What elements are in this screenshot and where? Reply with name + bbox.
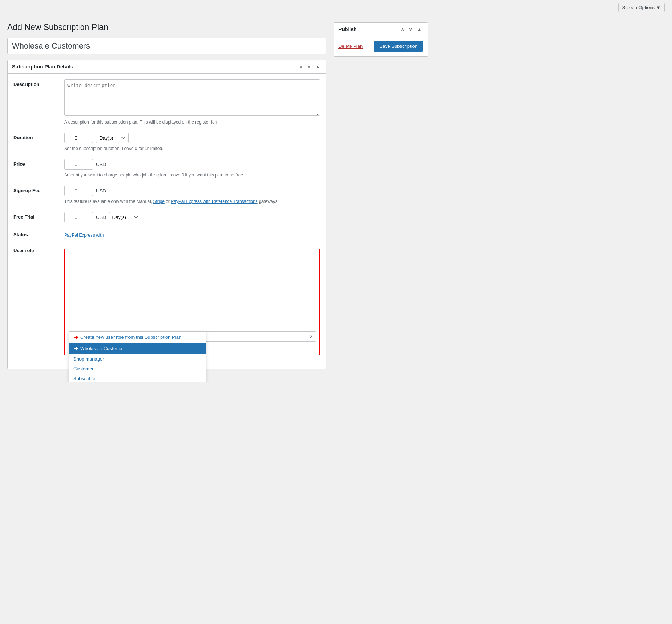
description-row: Description A description for this subsc… <box>13 79 320 125</box>
page-title: Add New Subscription Plan <box>7 22 326 32</box>
user-role-row: User role ➜ Create new user role from th… <box>13 246 320 355</box>
price-label: Price <box>13 159 64 167</box>
postbox-down-button[interactable]: ∨ <box>306 63 312 70</box>
paypal-link[interactable]: PayPal Express with Reference Transactio… <box>171 199 257 204</box>
publish-body: Delete Plan Save Subscription <box>334 36 428 56</box>
postbox-expand-button[interactable]: ▲ <box>314 63 322 70</box>
free-trial-unit-select[interactable]: Day(s) Week(s) Month(s) Year(s) <box>109 212 141 222</box>
dropdown-item-wholesale-label: Wholesale Customer <box>80 346 124 351</box>
user-role-field: ➜ Create new user role from this Subscri… <box>64 246 320 355</box>
postbox-controls: ∧ ∨ ▲ <box>298 63 322 70</box>
save-subscription-button[interactable]: Save Subscription <box>374 41 423 52</box>
status-row: Status PayPal Express with <box>13 230 320 238</box>
dropdown-item-create-new[interactable]: ➜ Create new user role from this Subscri… <box>69 332 206 343</box>
publish-box: Publish ∧ ∨ ▲ Delete Plan Save Subscript… <box>334 22 428 57</box>
status-hint: PayPal Express with <box>64 232 320 238</box>
dropdown-item-subscriber[interactable]: Subscriber <box>69 374 206 382</box>
price-hint: Amount you want to charge people who joi… <box>64 172 320 178</box>
status-label: Status <box>13 230 64 237</box>
price-value-input[interactable] <box>64 159 93 170</box>
user-role-section: ➜ Create new user role from this Subscri… <box>64 249 320 355</box>
publish-controls: ∧ ∨ ▲ <box>399 26 423 33</box>
user-role-label: User role <box>13 246 64 253</box>
price-currency: USD <box>96 162 106 167</box>
description-label: Description <box>13 79 64 87</box>
arrow-icon-create: ➜ <box>73 334 78 341</box>
dropdown-item-customer-label: Customer <box>73 366 94 371</box>
signup-fee-field: USD This feature is available only with … <box>64 186 320 205</box>
signup-fee-row: Sign-up Fee USD This feature is availabl… <box>13 186 320 205</box>
screen-options-button[interactable]: Screen Options ▼ <box>618 3 665 12</box>
publish-expand-button[interactable]: ▲ <box>415 26 423 33</box>
user-role-chevron-icon[interactable]: ∨ <box>306 331 316 342</box>
dropdown-item-wholesale-customer[interactable]: ➜ Wholesale Customer <box>69 343 206 354</box>
screen-options-chevron: ▼ <box>656 5 661 10</box>
postbox-up-button[interactable]: ∧ <box>298 63 304 70</box>
arrow-icon-wholesale: ➜ <box>73 345 78 352</box>
status-field: PayPal Express with <box>64 230 320 238</box>
duration-field: Day(s) Week(s) Month(s) Year(s) Set the … <box>64 133 320 152</box>
duration-value-input[interactable] <box>64 133 93 143</box>
signup-fee-hint-post: gateways. <box>258 199 279 204</box>
postbox-header: Subscription Plan Details ∧ ∨ ▲ <box>8 60 326 74</box>
plan-title-input[interactable] <box>7 38 326 54</box>
free-trial-label: Free Trial <box>13 212 64 220</box>
delete-plan-link[interactable]: Delete Plan <box>338 43 363 49</box>
description-field: A description for this subscription plan… <box>64 79 320 125</box>
description-textarea[interactable] <box>64 79 320 116</box>
dropdown-item-shop-manager[interactable]: Shop manager <box>69 354 206 364</box>
dropdown-item-subscriber-label: Subscriber <box>73 376 96 381</box>
postbox-title: Subscription Plan Details <box>12 64 73 70</box>
user-role-dropdown-list: ➜ Create new user role from this Subscri… <box>69 331 206 382</box>
publish-down-button[interactable]: ∨ <box>407 26 414 33</box>
free-trial-row: Free Trial USD Day(s) Week(s) Month(s) Y… <box>13 212 320 222</box>
user-role-dropdown-container: ➜ Create new user role from this Subscri… <box>69 331 316 342</box>
price-field: USD Amount you want to charge people who… <box>64 159 320 178</box>
signup-fee-hint-mid: or <box>165 199 171 204</box>
signup-fee-input[interactable] <box>64 186 93 196</box>
postbox-body: Description A description for this subsc… <box>8 74 326 369</box>
duration-unit-select[interactable]: Day(s) Week(s) Month(s) Year(s) <box>96 133 129 143</box>
publish-up-button[interactable]: ∧ <box>399 26 406 33</box>
price-row: Price USD Amount you want to charge peop… <box>13 159 320 178</box>
publish-title: Publish <box>338 26 357 32</box>
description-hint: A description for this subscription plan… <box>64 119 320 125</box>
signup-fee-currency: USD <box>96 188 106 194</box>
stripe-link[interactable]: Stripe <box>153 199 164 204</box>
duration-row: Duration Day(s) Week(s) Month(s) Year(s)… <box>13 133 320 152</box>
paypal-express-link-2[interactable]: PayPal Express with <box>64 233 104 238</box>
signup-fee-hint-pre: This feature is available only with the … <box>64 199 153 204</box>
free-trial-value-input[interactable] <box>64 212 93 222</box>
sidebar: Publish ∧ ∨ ▲ Delete Plan Save Subscript… <box>334 22 428 375</box>
signup-fee-label: Sign-up Fee <box>13 186 64 193</box>
duration-hint: Set the subscription duration. Leave 0 f… <box>64 145 320 152</box>
main-content: Add New Subscription Plan Subscription P… <box>7 22 326 375</box>
dropdown-item-shop-manager-label: Shop manager <box>73 356 104 362</box>
duration-label: Duration <box>13 133 64 140</box>
screen-options-label: Screen Options <box>622 5 655 10</box>
dropdown-item-create-new-label: Create new user role from this Subscript… <box>80 334 181 340</box>
signup-fee-hint: This feature is available only with the … <box>64 198 320 205</box>
free-trial-currency: USD <box>96 215 106 220</box>
dropdown-item-customer[interactable]: Customer <box>69 364 206 374</box>
publish-header: Publish ∧ ∨ ▲ <box>334 23 428 36</box>
free-trial-field: USD Day(s) Week(s) Month(s) Year(s) <box>64 212 320 222</box>
subscription-plan-details-box: Subscription Plan Details ∧ ∨ ▲ Descript… <box>7 60 326 369</box>
